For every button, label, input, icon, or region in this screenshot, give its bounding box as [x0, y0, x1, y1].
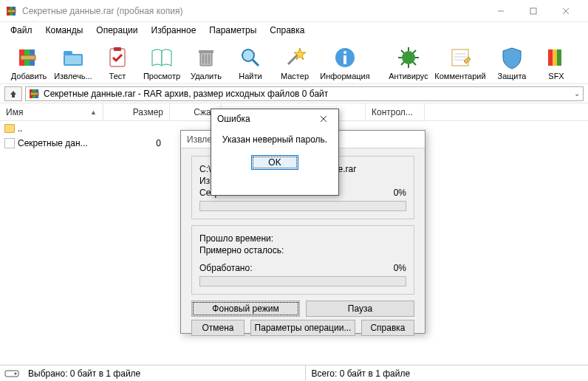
- extract-group-time: Прошло времени: Примерно осталось: Обраб…: [191, 225, 414, 295]
- svg-rect-5: [530, 8, 536, 14]
- toolbar: Добавить Извлечь... Тест Просмотр Удалит…: [0, 38, 588, 84]
- svg-line-34: [401, 50, 404, 53]
- close-icon: [320, 115, 327, 123]
- tool-label: Добавить: [11, 72, 47, 80]
- path-text: Секретные данные.rar - RAR архив, размер…: [44, 89, 328, 99]
- svg-rect-3: [7, 10, 16, 13]
- svg-point-27: [343, 51, 346, 54]
- statusbar: Выбрано: 0 байт в 1 файле Всего: 0 байт …: [0, 365, 588, 381]
- tool-label: Найти: [239, 72, 261, 80]
- window-title: Секретные данные.rar (пробная копия): [22, 6, 485, 16]
- svg-line-37: [401, 62, 404, 65]
- file-icon: [4, 138, 15, 148]
- svg-rect-48: [30, 92, 38, 95]
- svg-rect-14: [65, 55, 81, 64]
- svg-rect-11: [21, 55, 35, 60]
- sort-indicator-icon: ▲: [90, 109, 97, 116]
- error-dialog: Ошибка Указан неверный пароль. OK: [211, 109, 339, 196]
- titlebar: Секретные данные.rar (пробная копия): [0, 0, 588, 22]
- tool-antivirus[interactable]: Антивирус: [387, 45, 430, 80]
- status-selected: Выбрано: 0 байт в 1 файле: [27, 368, 305, 379]
- error-dialog-titlebar[interactable]: Ошибка: [211, 109, 338, 128]
- app-icon: [6, 5, 18, 17]
- svg-rect-18: [199, 50, 213, 53]
- tool-extract[interactable]: Извлечь...: [52, 45, 95, 80]
- tool-label: Извлечь...: [54, 72, 92, 80]
- tool-test[interactable]: Тест: [96, 45, 139, 80]
- error-message: Указан неверный пароль.: [222, 134, 327, 145]
- tool-label: Комментарий: [434, 72, 485, 80]
- tool-find[interactable]: Найти: [229, 45, 272, 80]
- svg-point-22: [242, 49, 254, 61]
- archive-icon: [29, 88, 41, 100]
- help-button[interactable]: Справка: [361, 320, 414, 336]
- tool-delete[interactable]: Удалить: [185, 45, 228, 80]
- svg-rect-44: [557, 49, 561, 66]
- info-icon: [332, 45, 358, 70]
- col-crc[interactable]: Контрол...: [366, 103, 425, 120]
- svg-line-36: [413, 50, 416, 53]
- chevron-down-icon[interactable]: ⌄: [574, 89, 580, 97]
- progress-total: [199, 276, 406, 286]
- tool-label: Удалить: [191, 72, 222, 80]
- magnifier-icon: [238, 45, 263, 70]
- menu-favorites[interactable]: Избранное: [146, 24, 202, 37]
- notepad-icon: [448, 45, 473, 70]
- minimize-button[interactable]: [485, 1, 517, 21]
- tool-label: Тест: [109, 72, 126, 80]
- path-field[interactable]: Секретные данные.rar - RAR архив, размер…: [25, 86, 584, 101]
- tool-sfx[interactable]: SFX: [535, 45, 578, 80]
- tool-label: Мастер: [281, 72, 309, 80]
- error-title: Ошибка: [217, 114, 250, 124]
- status-total: Всего: 0 байт в 1 файле: [305, 365, 589, 381]
- cancel-button[interactable]: Отмена: [191, 320, 245, 336]
- tool-comment[interactable]: Комментарий: [431, 45, 489, 80]
- error-ok-button[interactable]: OK: [251, 155, 298, 170]
- pathbar: Секретные данные.rar - RAR архив, размер…: [0, 84, 588, 103]
- close-button[interactable]: [550, 1, 582, 21]
- col-name[interactable]: Имя ▲: [0, 103, 103, 120]
- menubar: Файл Команды Операции Избранное Параметр…: [0, 22, 588, 38]
- svg-rect-28: [343, 55, 346, 64]
- svg-rect-43: [553, 49, 557, 66]
- tool-label: Информация: [320, 72, 369, 80]
- menu-commands[interactable]: Команды: [40, 24, 89, 37]
- clipboard-check-icon: [105, 45, 130, 70]
- menu-operations[interactable]: Операции: [90, 24, 143, 37]
- menu-help[interactable]: Справка: [264, 24, 310, 37]
- menu-file[interactable]: Файл: [4, 24, 38, 37]
- params-button[interactable]: Параметры операции...: [250, 320, 355, 336]
- progress-file: [199, 201, 406, 211]
- drive-icon: [4, 368, 21, 379]
- wand-icon: [282, 45, 307, 70]
- tool-info[interactable]: Информация: [318, 45, 372, 80]
- folder-icon: [4, 124, 15, 133]
- up-button[interactable]: [4, 86, 22, 101]
- svg-point-52: [15, 372, 17, 374]
- pause-button[interactable]: Пауза: [306, 301, 414, 317]
- col-size[interactable]: Размер: [103, 103, 170, 120]
- tool-view[interactable]: Просмотр: [140, 45, 183, 80]
- tool-label: Защита: [498, 72, 527, 80]
- tool-wizard[interactable]: Мастер: [273, 45, 316, 80]
- tool-protect[interactable]: Защита: [490, 45, 533, 80]
- tool-label: SFX: [548, 72, 564, 80]
- arrow-up-icon: [9, 89, 18, 98]
- tool-label: Антивирус: [389, 72, 428, 80]
- svg-line-23: [253, 60, 259, 66]
- svg-rect-13: [64, 51, 72, 55]
- tool-add[interactable]: Добавить: [7, 45, 50, 80]
- menu-options[interactable]: Параметры: [203, 24, 262, 37]
- books-sfx-icon: [544, 45, 569, 70]
- error-close-button[interactable]: [315, 111, 332, 126]
- book-open-icon: [149, 45, 174, 70]
- tool-label: Просмотр: [143, 72, 180, 80]
- window-controls: [485, 1, 582, 21]
- svg-rect-16: [114, 47, 121, 51]
- svg-line-35: [413, 62, 416, 65]
- maximize-button[interactable]: [517, 1, 550, 21]
- virus-icon: [396, 45, 421, 70]
- background-button[interactable]: Фоновый режим: [191, 301, 300, 317]
- svg-rect-42: [548, 49, 553, 66]
- folder-open-icon: [61, 45, 86, 70]
